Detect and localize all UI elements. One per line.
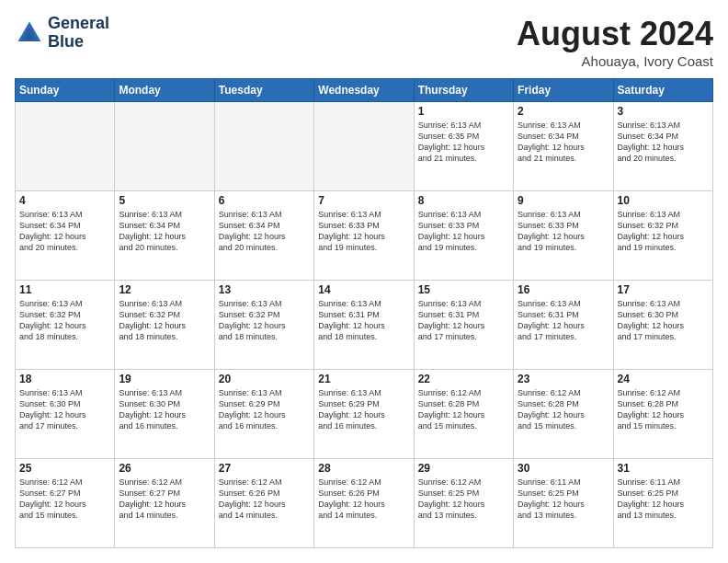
cell-info: Sunrise: 6:13 AM Sunset: 6:32 PM Dayligh… bbox=[219, 298, 310, 343]
cell-info: Sunrise: 6:13 AM Sunset: 6:35 PM Dayligh… bbox=[418, 120, 509, 165]
calendar-cell bbox=[115, 102, 214, 191]
date-number: 1 bbox=[418, 105, 509, 118]
calendar-cell: 28Sunrise: 6:12 AM Sunset: 6:26 PM Dayli… bbox=[314, 459, 414, 548]
calendar-cell: 23Sunrise: 6:12 AM Sunset: 6:28 PM Dayli… bbox=[514, 370, 613, 459]
date-number: 5 bbox=[119, 194, 210, 207]
calendar-cell: 26Sunrise: 6:12 AM Sunset: 6:27 PM Dayli… bbox=[115, 459, 214, 548]
cell-info: Sunrise: 6:13 AM Sunset: 6:34 PM Dayligh… bbox=[119, 209, 210, 254]
day-header-row: SundayMondayTuesdayWednesdayThursdayFrid… bbox=[16, 79, 713, 102]
date-number: 24 bbox=[618, 373, 709, 385]
date-number: 25 bbox=[19, 462, 110, 475]
date-number: 3 bbox=[618, 105, 709, 118]
date-number: 18 bbox=[19, 373, 110, 385]
day-header-monday: Monday bbox=[115, 79, 214, 102]
cell-info: Sunrise: 6:13 AM Sunset: 6:31 PM Dayligh… bbox=[518, 298, 609, 343]
calendar-cell: 12Sunrise: 6:13 AM Sunset: 6:32 PM Dayli… bbox=[115, 281, 214, 370]
date-number: 31 bbox=[618, 462, 709, 475]
calendar-cell: 1Sunrise: 6:13 AM Sunset: 6:35 PM Daylig… bbox=[414, 102, 513, 191]
calendar-cell: 6Sunrise: 6:13 AM Sunset: 6:34 PM Daylig… bbox=[214, 191, 313, 281]
calendar-cell bbox=[16, 102, 115, 191]
calendar-cell bbox=[314, 102, 414, 191]
cell-info: Sunrise: 6:13 AM Sunset: 6:30 PM Dayligh… bbox=[618, 298, 709, 343]
cell-info: Sunrise: 6:13 AM Sunset: 6:34 PM Dayligh… bbox=[518, 120, 609, 165]
cell-info: Sunrise: 6:13 AM Sunset: 6:29 PM Dayligh… bbox=[318, 387, 409, 432]
calendar-cell: 20Sunrise: 6:13 AM Sunset: 6:29 PM Dayli… bbox=[214, 370, 313, 459]
calendar-cell: 18Sunrise: 6:13 AM Sunset: 6:30 PM Dayli… bbox=[16, 370, 115, 459]
calendar-cell: 10Sunrise: 6:13 AM Sunset: 6:32 PM Dayli… bbox=[613, 191, 712, 281]
week-row-4: 18Sunrise: 6:13 AM Sunset: 6:30 PM Dayli… bbox=[16, 370, 713, 459]
calendar-cell: 5Sunrise: 6:13 AM Sunset: 6:34 PM Daylig… bbox=[115, 191, 214, 281]
date-number: 23 bbox=[518, 373, 609, 385]
calendar-cell bbox=[214, 102, 313, 191]
calendar-cell: 21Sunrise: 6:13 AM Sunset: 6:29 PM Dayli… bbox=[314, 370, 414, 459]
date-number: 6 bbox=[219, 194, 310, 207]
date-number: 11 bbox=[19, 283, 110, 296]
date-number: 27 bbox=[219, 462, 310, 475]
calendar-cell: 15Sunrise: 6:13 AM Sunset: 6:31 PM Dayli… bbox=[414, 281, 513, 370]
date-number: 14 bbox=[318, 283, 409, 296]
cell-info: Sunrise: 6:13 AM Sunset: 6:30 PM Dayligh… bbox=[19, 387, 110, 432]
calendar-cell: 14Sunrise: 6:13 AM Sunset: 6:31 PM Dayli… bbox=[314, 281, 414, 370]
header: General Blue August 2024 Ahouaya, Ivory … bbox=[15, 15, 713, 69]
cell-info: Sunrise: 6:13 AM Sunset: 6:32 PM Dayligh… bbox=[19, 298, 110, 343]
logo: General Blue bbox=[15, 15, 109, 52]
calendar-cell: 8Sunrise: 6:13 AM Sunset: 6:33 PM Daylig… bbox=[414, 191, 513, 281]
date-number: 26 bbox=[119, 462, 210, 475]
calendar-cell: 16Sunrise: 6:13 AM Sunset: 6:31 PM Dayli… bbox=[514, 281, 613, 370]
logo-line1: General bbox=[48, 15, 109, 33]
cell-info: Sunrise: 6:12 AM Sunset: 6:25 PM Dayligh… bbox=[418, 477, 509, 522]
date-number: 20 bbox=[219, 373, 310, 385]
date-number: 2 bbox=[518, 105, 609, 118]
day-header-wednesday: Wednesday bbox=[314, 79, 414, 102]
calendar-cell: 2Sunrise: 6:13 AM Sunset: 6:34 PM Daylig… bbox=[514, 102, 613, 191]
cell-info: Sunrise: 6:13 AM Sunset: 6:33 PM Dayligh… bbox=[418, 209, 509, 254]
cell-info: Sunrise: 6:11 AM Sunset: 6:25 PM Dayligh… bbox=[518, 477, 609, 522]
calendar-cell: 13Sunrise: 6:13 AM Sunset: 6:32 PM Dayli… bbox=[214, 281, 313, 370]
date-number: 7 bbox=[318, 194, 409, 207]
day-header-saturday: Saturday bbox=[613, 79, 712, 102]
date-number: 22 bbox=[418, 373, 509, 385]
title-block: August 2024 Ahouaya, Ivory Coast bbox=[517, 15, 713, 69]
location: Ahouaya, Ivory Coast bbox=[517, 53, 713, 69]
date-number: 29 bbox=[418, 462, 509, 475]
calendar-cell: 25Sunrise: 6:12 AM Sunset: 6:27 PM Dayli… bbox=[16, 459, 115, 548]
cell-info: Sunrise: 6:11 AM Sunset: 6:25 PM Dayligh… bbox=[618, 477, 709, 522]
date-number: 10 bbox=[618, 194, 709, 207]
cell-info: Sunrise: 6:12 AM Sunset: 6:28 PM Dayligh… bbox=[618, 387, 709, 432]
calendar-cell: 4Sunrise: 6:13 AM Sunset: 6:34 PM Daylig… bbox=[16, 191, 115, 281]
date-number: 12 bbox=[119, 283, 210, 296]
date-number: 8 bbox=[418, 194, 509, 207]
cell-info: Sunrise: 6:12 AM Sunset: 6:26 PM Dayligh… bbox=[219, 477, 310, 522]
logo-icon bbox=[15, 18, 44, 48]
calendar-cell: 24Sunrise: 6:12 AM Sunset: 6:28 PM Dayli… bbox=[613, 370, 712, 459]
day-header-thursday: Thursday bbox=[414, 79, 513, 102]
calendar-cell: 17Sunrise: 6:13 AM Sunset: 6:30 PM Dayli… bbox=[613, 281, 712, 370]
day-header-sunday: Sunday bbox=[16, 79, 115, 102]
date-number: 16 bbox=[518, 283, 609, 296]
calendar-cell: 7Sunrise: 6:13 AM Sunset: 6:33 PM Daylig… bbox=[314, 191, 414, 281]
week-row-2: 4Sunrise: 6:13 AM Sunset: 6:34 PM Daylig… bbox=[16, 191, 713, 281]
date-number: 9 bbox=[518, 194, 609, 207]
date-number: 30 bbox=[518, 462, 609, 475]
cell-info: Sunrise: 6:13 AM Sunset: 6:34 PM Dayligh… bbox=[19, 209, 110, 254]
cell-info: Sunrise: 6:12 AM Sunset: 6:27 PM Dayligh… bbox=[19, 477, 110, 522]
day-header-friday: Friday bbox=[514, 79, 613, 102]
cell-info: Sunrise: 6:12 AM Sunset: 6:28 PM Dayligh… bbox=[518, 387, 609, 432]
week-row-5: 25Sunrise: 6:12 AM Sunset: 6:27 PM Dayli… bbox=[16, 459, 713, 548]
date-number: 17 bbox=[618, 283, 709, 296]
cell-info: Sunrise: 6:13 AM Sunset: 6:29 PM Dayligh… bbox=[219, 387, 310, 432]
calendar-cell: 31Sunrise: 6:11 AM Sunset: 6:25 PM Dayli… bbox=[613, 459, 712, 548]
page: General Blue August 2024 Ahouaya, Ivory … bbox=[0, 0, 728, 563]
cell-info: Sunrise: 6:13 AM Sunset: 6:32 PM Dayligh… bbox=[618, 209, 709, 254]
cell-info: Sunrise: 6:12 AM Sunset: 6:27 PM Dayligh… bbox=[119, 477, 210, 522]
day-header-tuesday: Tuesday bbox=[214, 79, 313, 102]
cell-info: Sunrise: 6:12 AM Sunset: 6:26 PM Dayligh… bbox=[318, 477, 409, 522]
date-number: 21 bbox=[318, 373, 409, 385]
cell-info: Sunrise: 6:13 AM Sunset: 6:34 PM Dayligh… bbox=[618, 120, 709, 165]
cell-info: Sunrise: 6:13 AM Sunset: 6:33 PM Dayligh… bbox=[518, 209, 609, 254]
logo-text: General Blue bbox=[48, 15, 109, 52]
date-number: 4 bbox=[19, 194, 110, 207]
logo-line2: Blue bbox=[48, 33, 109, 52]
cell-info: Sunrise: 6:13 AM Sunset: 6:30 PM Dayligh… bbox=[119, 387, 210, 432]
calendar-cell: 11Sunrise: 6:13 AM Sunset: 6:32 PM Dayli… bbox=[16, 281, 115, 370]
